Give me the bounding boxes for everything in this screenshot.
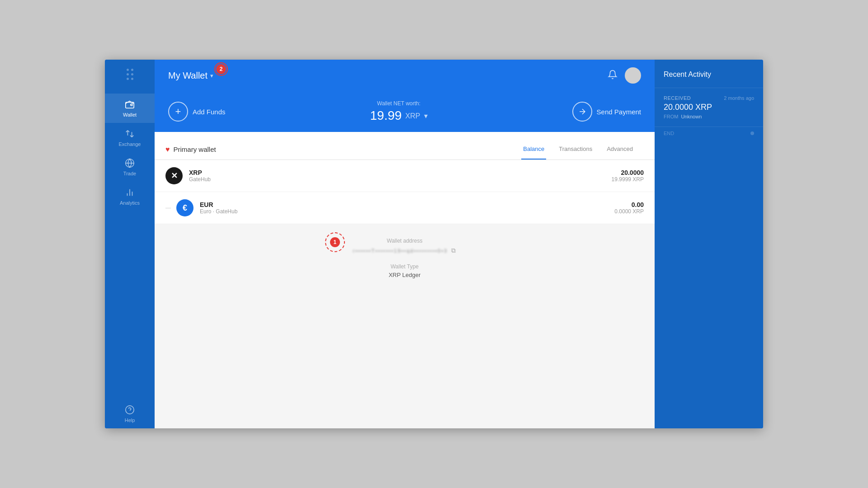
activity-from-value: Unknown [681, 114, 702, 119]
asset-row-xrp[interactable]: ✕ XRP GateHub 20.0000 19.9999 XRP [155, 160, 655, 192]
send-payment-icon [572, 102, 592, 122]
trust-indicator: — [165, 205, 172, 211]
activity-type: RECEIVED [664, 95, 691, 101]
eur-balance-xrp: 0.0000 XRP [614, 208, 644, 215]
xrp-issuer: GateHub [189, 176, 612, 183]
send-payment-label: Send Payment [597, 108, 641, 116]
xrp-icon: ✕ [165, 167, 183, 184]
recent-activity-title: Recent Activity [655, 60, 763, 88]
eur-balance: 0.00 [614, 201, 644, 208]
add-funds-label: Add Funds [193, 108, 226, 116]
activity-type-row: RECEIVED 2 months ago [664, 95, 754, 101]
wallet-icon [124, 99, 135, 110]
asset-list: ✕ XRP GateHub 20.0000 19.9999 XRP — € EU… [155, 160, 655, 224]
action-bar: + Add Funds Wallet NET worth: 19.99 XRP … [155, 91, 655, 132]
eur-icon: € [176, 199, 193, 216]
page-title: My Wallet [168, 70, 208, 81]
header-dropdown-arrow[interactable]: ▾ [210, 72, 213, 79]
sidebar-item-wallet[interactable]: Wallet [105, 94, 155, 123]
tab-balance[interactable]: Balance [521, 139, 546, 160]
step-badge-2: 2 [216, 64, 226, 74]
activity-end-dot [750, 131, 754, 135]
activity-time: 2 months ago [724, 95, 754, 101]
eur-name: EUR [200, 201, 614, 208]
net-worth-number: 19.99 [370, 108, 402, 123]
eur-info: EUR Euro · GateHub [200, 201, 614, 215]
wallet-type-section: Wallet Type XRP Ledger [389, 263, 421, 278]
wallet-name-label: Primary wallet [174, 145, 216, 153]
sidebar-help-label: Help [125, 418, 135, 423]
sidebar-item-analytics[interactable]: Analytics [105, 182, 155, 211]
activity-end-section: END [655, 127, 763, 140]
eur-values: 0.00 0.0000 XRP [614, 201, 644, 215]
sidebar-item-help[interactable]: Help [105, 399, 155, 428]
sidebar-exchange-label: Exchange [119, 141, 141, 147]
send-payment-button[interactable]: Send Payment [572, 102, 641, 122]
copy-address-button[interactable]: ⧉ [451, 247, 456, 254]
wallet-header: ♥ Primary wallet Balance Transactions Ad… [155, 132, 655, 160]
tab-transactions[interactable]: Transactions [557, 139, 594, 160]
wallet-name: ♥ Primary wallet [165, 145, 216, 154]
activity-item-0: RECEIVED 2 months ago 20.0000 XRP FROM U… [655, 88, 763, 127]
trade-icon [124, 158, 135, 169]
header-left: My Wallet ▾ 2 [168, 70, 213, 81]
net-worth-section: Wallet NET worth: 19.99 XRP ▾ [370, 100, 428, 123]
net-worth-value: 19.99 XRP ▾ [370, 108, 428, 123]
add-funds-button[interactable]: + Add Funds [168, 102, 226, 122]
wallet-type-label: Wallet Type [389, 263, 421, 270]
content-area: ♥ Primary wallet Balance Transactions Ad… [155, 132, 655, 428]
top-header: My Wallet ▾ 2 [155, 60, 655, 91]
activity-from-label: FROM [664, 114, 678, 119]
wallet-address-label: Wallet address [353, 238, 456, 244]
bottom-area: 1 Wallet address r••••••T•••••••19••qd••… [155, 224, 655, 428]
header-right [608, 67, 641, 84]
xrp-info: XRP GateHub [189, 169, 612, 183]
wallet-type-value: XRP Ledger [389, 272, 421, 278]
activity-amount: 20.0000 XRP [664, 103, 754, 112]
xrp-balance: 20.0000 [612, 169, 644, 176]
help-icon [124, 404, 135, 415]
sidebar-item-trade[interactable]: Trade [105, 152, 155, 182]
analytics-icon [124, 187, 135, 198]
favorite-icon: ♥ [165, 145, 170, 154]
currency-dropdown-arrow[interactable]: ▾ [424, 112, 428, 120]
sidebar-item-exchange[interactable]: Exchange [105, 123, 155, 152]
activity-from-row: FROM Unknown [664, 114, 754, 119]
exchange-icon [124, 128, 135, 139]
sidebar-analytics-label: Analytics [120, 200, 140, 206]
xrp-balance-xrp: 19.9999 XRP [612, 176, 644, 183]
sidebar: Wallet Exchange Trade [105, 60, 155, 428]
xrp-name: XRP [189, 169, 612, 176]
net-worth-currency: XRP ▾ [406, 112, 428, 120]
svg-point-6 [126, 406, 134, 414]
add-funds-icon: + [168, 102, 188, 122]
step-badge-1: 1 [330, 237, 340, 247]
wallet-tabs: Balance Transactions Advanced [521, 139, 644, 160]
right-panel: Recent Activity RECEIVED 2 months ago 20… [655, 60, 763, 428]
sidebar-logo-dots [127, 69, 133, 80]
tab-advanced[interactable]: Advanced [605, 139, 635, 160]
net-worth-label: Wallet NET worth: [370, 100, 428, 107]
main-area: My Wallet ▾ 2 [155, 60, 655, 428]
sidebar-wallet-label: Wallet [123, 112, 137, 117]
avatar[interactable] [625, 67, 641, 84]
wallet-address: r••••••T•••••••19••qd•••••••••0•3 ⧉ [353, 247, 456, 254]
eur-issuer: Euro · GateHub [200, 208, 614, 215]
asset-row-eur[interactable]: — € EUR Euro · GateHub 0.00 0.0000 XRP [155, 192, 655, 224]
activity-end-label: END [664, 131, 674, 136]
wallet-address-section: 1 Wallet address r••••••T•••••••19••qd••… [353, 238, 456, 254]
wallet-address-value: r••••••T•••••••19••qd•••••••••0•3 [353, 248, 448, 253]
sidebar-trade-label: Trade [123, 171, 136, 176]
notification-bell[interactable] [608, 70, 618, 81]
xrp-values: 20.0000 19.9999 XRP [612, 169, 644, 183]
